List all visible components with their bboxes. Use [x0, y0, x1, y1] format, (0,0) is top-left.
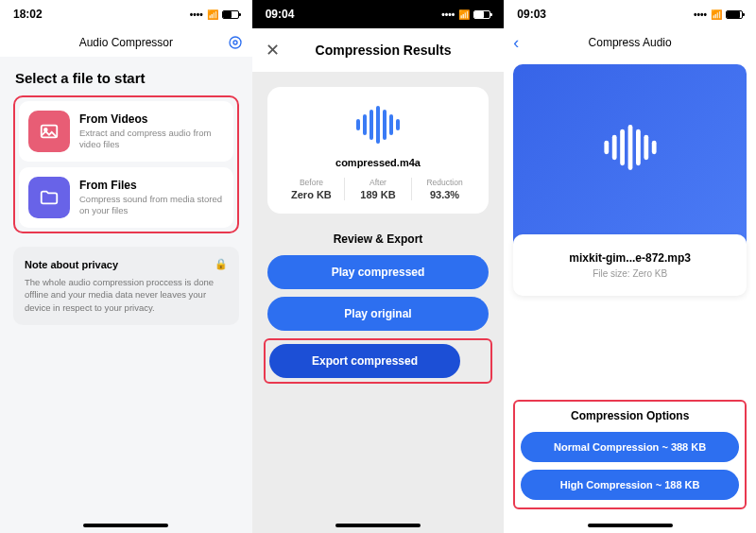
section-title: Select a file to start — [0, 57, 252, 95]
stats-row: Before Zero KB After 189 KB Reduction 93… — [279, 178, 478, 200]
home-indicator[interactable] — [588, 524, 673, 527]
play-compressed-button[interactable]: Play compressed — [267, 255, 490, 289]
option-desc: Compress sound from media stored on your… — [79, 194, 224, 217]
result-card: compressed.m4a Before Zero KB After 189 … — [267, 87, 490, 214]
compression-options-highlight: Compression Options Normal Compression ~… — [513, 400, 747, 509]
navbar-title: Audio Compressor — [79, 36, 173, 49]
home-indicator[interactable] — [83, 524, 168, 527]
play-original-button[interactable]: Play original — [267, 297, 490, 331]
review-export-title: Review & Export — [252, 232, 505, 246]
close-icon[interactable]: ✕ — [266, 40, 280, 60]
options-title: Compression Options — [521, 409, 739, 422]
image-icon — [28, 111, 70, 152]
svg-point-0 — [230, 37, 241, 48]
settings-button[interactable] — [228, 35, 243, 50]
status-bar: 09:04 ••••📶 — [252, 0, 505, 28]
stat-after: After 189 KB — [345, 178, 412, 200]
status-time: 09:04 — [266, 8, 295, 21]
from-videos-card[interactable]: From Videos Extract and compress audio f… — [19, 101, 233, 162]
hero-banner — [513, 64, 747, 244]
status-bar: 09:03 ••••📶 — [504, 0, 756, 28]
source-options-highlight: From Videos Extract and compress audio f… — [13, 95, 239, 233]
screen-compression-results: 09:04 ••••📶 ✕ Compression Results compre… — [252, 0, 505, 533]
screen-select-file: 18:02 ••••📶 Audio Compressor Select a fi… — [0, 0, 252, 533]
lock-icon: 🔒 — [215, 258, 228, 270]
stat-before: Before Zero KB — [279, 178, 346, 200]
status-time: 18:02 — [13, 8, 43, 21]
privacy-title: Note about privacy — [25, 259, 118, 270]
navbar: ‹ Compress Audio — [504, 28, 756, 57]
export-compressed-button[interactable]: Export compressed — [269, 344, 461, 378]
status-icons: ••••📶 — [694, 9, 743, 20]
status-icons: ••••📶 — [441, 9, 490, 20]
modal-title: Compression Results — [295, 43, 472, 58]
privacy-card: Note about privacy 🔒 The whole audio com… — [13, 247, 239, 325]
audio-wave-icon — [596, 125, 664, 170]
file-info-card: mixkit-gim...e-872.mp3 File size: Zero K… — [513, 234, 747, 296]
folder-icon — [28, 177, 70, 218]
status-time: 09:03 — [517, 8, 546, 21]
normal-compression-button[interactable]: Normal Compression ~ 388 KB — [521, 432, 739, 462]
privacy-text: The whole audio compression proccess is … — [25, 276, 228, 314]
home-indicator[interactable] — [335, 524, 421, 527]
audio-wave-icon — [350, 106, 406, 144]
navbar-title: Compress Audio — [589, 36, 672, 49]
export-highlight: Export compressed — [264, 338, 493, 384]
file-size: File size: Zero KB — [524, 268, 735, 279]
from-files-card[interactable]: From Files Compress sound from media sto… — [19, 167, 233, 228]
back-button[interactable]: ‹ — [513, 33, 519, 53]
file-name: mixkit-gim...e-872.mp3 — [524, 251, 735, 265]
modal-header: ✕ Compression Results — [252, 28, 505, 72]
option-title: From Files — [79, 179, 224, 192]
status-icons: ••••📶 — [190, 9, 239, 20]
screen-compress-audio: 09:03 ••••📶 ‹ Compress Audio mixkit-gim.… — [504, 0, 756, 533]
option-title: From Videos — [79, 112, 224, 126]
stat-reduction: Reduction 93.3% — [412, 178, 478, 200]
high-compression-button[interactable]: High Compression ~ 188 KB — [521, 470, 739, 500]
status-bar: 18:02 ••••📶 — [0, 0, 252, 28]
svg-point-1 — [233, 41, 237, 44]
result-filename: compressed.m4a — [279, 157, 478, 168]
navbar: Audio Compressor — [0, 28, 252, 57]
option-desc: Extract and compress audio from video fi… — [79, 128, 224, 151]
